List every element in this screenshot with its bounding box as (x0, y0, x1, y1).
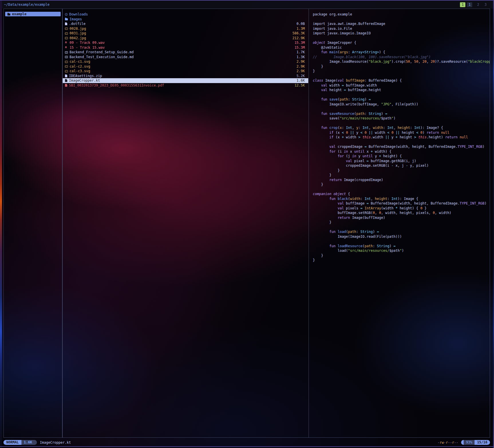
file-size: 1.7K (294, 50, 305, 55)
file-name: Backend_Frontend_Setup_Guide.md (70, 50, 134, 55)
tab-1[interactable]: 1 (460, 2, 465, 7)
file-name: 0031.jpg (70, 31, 86, 36)
file-name: 09 - Track 09.wav (70, 40, 105, 45)
file-size: 15.3M (292, 45, 305, 50)
file-name: 0028.jpg (70, 26, 86, 31)
file-name: 0042.jpg (70, 36, 86, 41)
file-row[interactable]: 15 - Track 15.wav15.3M (63, 45, 308, 50)
file-row[interactable]: cal-c1.svg2.9K (63, 59, 308, 64)
file-name: ImageCropper.kt (69, 78, 100, 83)
file-name: cal-c3.svg (70, 69, 90, 74)
file-row[interactable]: Backend_Test_Execution_Guide.md1.3K (63, 55, 308, 60)
status-bar: NORMAL 1.6K ImageCropper.kt -rw-r--r-- 9… (3, 440, 490, 445)
image-icon (65, 65, 68, 68)
folder-icon (65, 18, 68, 20)
file-name: Downloads (69, 12, 88, 17)
image-icon (65, 70, 68, 72)
window-bottom-border (0, 446, 494, 447)
file-size: 212.9K (290, 36, 305, 41)
file-name: Images (70, 17, 82, 22)
file-row[interactable]: Downloads (63, 12, 308, 17)
file-size: 15.3M (292, 40, 305, 45)
file-name: IDEAsettings.zip (69, 74, 102, 78)
permissions: -rw-r--r-- (438, 441, 458, 445)
tab-2[interactable]: 2 (475, 2, 481, 7)
pill-cap (461, 440, 464, 445)
file-row[interactable]: .dotfile0.0B (63, 21, 308, 26)
file-row[interactable]: Images (63, 17, 308, 22)
sidebar-item-example[interactable]: example (5, 12, 61, 16)
file-size: 2.9K (294, 64, 305, 69)
file-icon (65, 22, 67, 25)
pdf-icon (65, 84, 67, 87)
file-row[interactable]: ImageCropper.kt1.6K (63, 78, 308, 83)
mode-badge: NORMAL (3, 440, 21, 445)
audio-icon (65, 46, 68, 49)
image-icon (65, 27, 68, 30)
file-size: 0.0B (294, 21, 305, 26)
tab-indicators: 1123 (460, 2, 488, 7)
window-top-border (0, 0, 494, 1)
file-size: 1.6K (294, 78, 305, 83)
main-pane: DownloadsImages.dotfile0.0B0028.jpg1.3M0… (62, 9, 490, 438)
file-name: cal-c1.svg (70, 59, 90, 64)
status-right: -rw-r--r-- 93% 15/16 (438, 440, 490, 445)
parent-pane: example (3, 9, 62, 438)
file-list: DownloadsImages.dotfile0.0B0028.jpg1.3M0… (63, 9, 308, 88)
image-icon (65, 37, 68, 39)
image-icon (65, 32, 68, 35)
markdown-icon (65, 56, 68, 58)
code-lines: package org.exampleimport java.awt.image… (311, 9, 490, 263)
audio-icon (65, 41, 68, 44)
header-bar: ~/Data/example/example 1123 (0, 1, 494, 9)
file-size: 5.2K (294, 74, 305, 78)
terminal-screen: ~/Data/example/example 1123 example Down… (0, 0, 494, 448)
file-name: SBI_0032013739_2023_DE05_0003155631Invoi… (69, 83, 164, 88)
file-size: 1.3M (294, 26, 305, 31)
wallpaper-left-edge (0, 0, 2, 448)
pill-cap (34, 440, 37, 445)
file-row[interactable]: 0031.jpg586.3K (63, 31, 308, 36)
file-row[interactable]: IDEAsettings.zip5.2K (63, 74, 308, 78)
file-name: Backend_Test_Execution_Guide.md (70, 55, 134, 60)
breadcrumb-path: ~/Data/example/example (4, 1, 50, 9)
markdown-icon (65, 51, 68, 54)
file-row[interactable]: SBI_0032013739_2023_DE05_0003155631Invoi… (63, 83, 308, 88)
file-size-badge: 1.6K (21, 440, 34, 445)
scroll-percent: 93% (464, 440, 475, 445)
tab-3[interactable]: 3 (483, 2, 488, 7)
file-row[interactable]: 09 - Track 09.wav15.3M (63, 40, 308, 45)
download-icon (65, 13, 68, 16)
file-row[interactable]: 0028.jpg1.3M (63, 26, 308, 31)
file-row[interactable]: 0042.jpg212.9K (63, 36, 308, 41)
archive-icon (65, 74, 67, 77)
file-row[interactable]: cal-c3.svg2.9K (63, 69, 308, 74)
file-size: 1.3K (294, 55, 305, 60)
file-size: 12.5K (292, 83, 305, 88)
file-name: .dotfile (69, 21, 86, 26)
image-icon (65, 61, 68, 63)
file-row[interactable]: Backend_Frontend_Setup_Guide.md1.7K (63, 50, 308, 55)
kotlin-icon (65, 79, 67, 82)
file-size: 2.9K (294, 59, 305, 64)
sidebar-item-label: example (12, 12, 27, 16)
file-size: 586.3K (290, 31, 305, 36)
folder-icon (7, 13, 10, 15)
file-name: 15 - Track 15.wav (70, 45, 105, 50)
file-name: cal-c2.svg (70, 64, 90, 69)
tab-1[interactable]: 1 (467, 2, 472, 7)
file-row[interactable]: cal-c2.svg2.9K (63, 64, 308, 69)
cursor-position: 15/16 (475, 440, 490, 445)
status-filename: ImageCropper.kt (40, 441, 71, 445)
file-size: 2.9K (294, 69, 305, 74)
